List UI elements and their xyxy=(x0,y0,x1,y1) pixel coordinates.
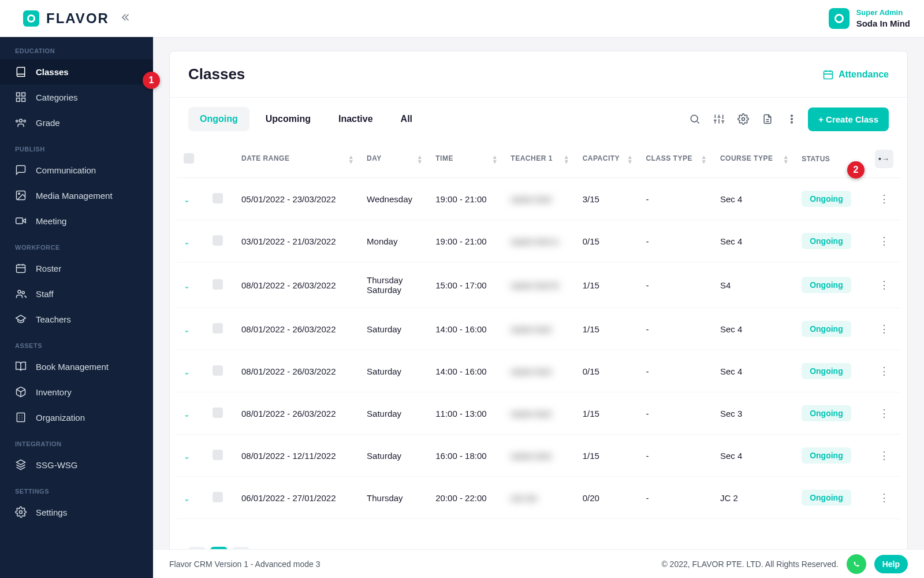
cell-teacher: name text xyxy=(504,435,575,477)
cell-capacity: 1/15 xyxy=(576,308,639,350)
sidebar-item-inventory[interactable]: Inventory xyxy=(0,379,153,405)
svg-point-20 xyxy=(791,122,793,124)
sidebar-item-communication[interactable]: Communication xyxy=(0,157,153,183)
cell-teacher: name text b xyxy=(504,262,575,308)
sidebar-item-categories[interactable]: Categories xyxy=(0,84,153,110)
attendance-link[interactable]: Attendance xyxy=(822,69,889,80)
classes-card: Classes Attendance OngoingUpcomingInacti… xyxy=(169,51,908,575)
sidebar-item-grade[interactable]: Grade xyxy=(0,110,153,135)
annotation-badge-1: 1 xyxy=(143,72,160,89)
row-actions-icon[interactable]: ⋮ xyxy=(868,308,900,350)
table-row: ⌄05/01/2022 - 23/03/2022Wednesday19:00 -… xyxy=(177,178,900,220)
row-checkbox[interactable] xyxy=(213,279,223,290)
cell-course-type: S4 xyxy=(713,262,795,308)
account-name: Soda In Mind xyxy=(856,18,910,29)
cell-class-type: - xyxy=(639,392,713,435)
collapse-sidebar-button[interactable] xyxy=(121,12,131,25)
row-checkbox[interactable] xyxy=(213,450,223,460)
filter-sliders-icon[interactable] xyxy=(711,111,727,127)
sidebar-item-roster[interactable]: Roster xyxy=(0,255,153,281)
main-content: Classes Attendance OngoingUpcomingInacti… xyxy=(153,37,924,578)
sidebar-item-media-management[interactable]: Media Management xyxy=(0,183,153,208)
table-row: ⌄06/01/2022 - 27/01/2022Thursday20:00 - … xyxy=(177,477,900,519)
search-icon[interactable] xyxy=(687,111,703,127)
svg-rect-15 xyxy=(824,71,832,79)
whatsapp-icon[interactable] xyxy=(847,554,866,574)
cell-time: 16:00 - 18:00 xyxy=(429,435,504,477)
sidebar-item-book-management[interactable]: Book Management xyxy=(0,354,153,379)
sidebar-item-staff[interactable]: Staff xyxy=(0,281,153,306)
expand-row-icon[interactable]: ⌄ xyxy=(184,281,190,290)
sidebar-item-teachers[interactable]: Teachers xyxy=(0,306,153,332)
page-title: Classes xyxy=(188,65,245,83)
row-actions-icon[interactable]: ⋮ xyxy=(868,178,900,220)
row-checkbox[interactable] xyxy=(213,407,223,418)
tab-inactive[interactable]: Inactive xyxy=(327,107,385,131)
cell-status: Ongoing xyxy=(795,435,868,477)
column-header[interactable]: DATE RANGE▴▾ xyxy=(234,140,360,178)
sidebar-item-label: Staff xyxy=(36,289,54,299)
tab-ongoing[interactable]: Ongoing xyxy=(188,107,249,131)
row-checkbox[interactable] xyxy=(213,323,223,334)
column-header[interactable]: CLASS TYPE▴▾ xyxy=(639,140,713,178)
sidebar-item-organization[interactable]: Organization xyxy=(0,405,153,430)
column-header[interactable]: TEACHER 1▴▾ xyxy=(504,140,575,178)
svg-rect-13 xyxy=(17,413,24,422)
column-header[interactable]: COURSE TYPE▴▾ xyxy=(713,140,795,178)
sidebar-group-label: INTEGRATION xyxy=(0,430,153,452)
create-class-button[interactable]: + Create Class xyxy=(808,108,889,131)
expand-row-icon[interactable]: ⌄ xyxy=(184,238,190,246)
cell-teacher: nm txt xyxy=(504,477,575,519)
expand-row-icon[interactable]: ⌄ xyxy=(184,195,190,204)
row-checkbox[interactable] xyxy=(213,492,223,502)
help-button[interactable]: Help xyxy=(874,555,908,573)
row-actions-icon[interactable]: ⋮ xyxy=(868,220,900,262)
cell-time: 15:00 - 17:00 xyxy=(429,262,504,308)
expand-row-icon[interactable]: ⌄ xyxy=(184,325,190,334)
sidebar-item-meeting[interactable]: Meeting xyxy=(0,208,153,234)
row-actions-icon[interactable]: ⋮ xyxy=(868,262,900,308)
tab-upcoming[interactable]: Upcoming xyxy=(254,107,322,131)
more-options-icon[interactable] xyxy=(784,111,800,127)
cell-date-range: 08/01/2022 - 26/03/2022 xyxy=(234,308,360,350)
export-icon[interactable] xyxy=(759,111,776,127)
svg-point-6 xyxy=(24,120,25,122)
expand-row-icon[interactable]: ⌄ xyxy=(184,410,190,418)
chat-icon xyxy=(15,164,27,176)
table-row: ⌄08/01/2022 - 26/03/2022Saturday14:00 - … xyxy=(177,308,900,350)
column-header[interactable]: CAPACITY▴▾ xyxy=(576,140,639,178)
cell-course-type: JC 2 xyxy=(713,477,795,519)
expand-row-icon[interactable]: ⌄ xyxy=(184,494,190,503)
cell-day: Saturday xyxy=(360,350,429,392)
svg-point-8 xyxy=(18,193,20,195)
row-actions-icon[interactable]: ⋮ xyxy=(868,392,900,435)
select-all-checkbox[interactable] xyxy=(184,153,194,164)
sidebar-item-classes[interactable]: Classes xyxy=(0,59,153,84)
row-actions-icon[interactable]: ⋮ xyxy=(868,435,900,477)
cell-date-range: 08/01/2022 - 26/03/2022 xyxy=(234,392,360,435)
account-menu[interactable]: Super Admin Soda In Mind xyxy=(829,8,910,29)
layers-icon xyxy=(15,459,27,470)
column-header[interactable]: TIME▴▾ xyxy=(429,140,504,178)
row-checkbox[interactable] xyxy=(213,235,223,246)
table-row: ⌄08/01/2022 - 12/11/2022Saturday16:00 - … xyxy=(177,435,900,477)
column-header[interactable]: DAY▴▾ xyxy=(360,140,429,178)
table-row: ⌄08/01/2022 - 26/03/2022Saturday14:00 - … xyxy=(177,350,900,392)
logo[interactable]: FLAVOR xyxy=(23,10,109,27)
tab-all[interactable]: All xyxy=(389,107,424,131)
row-checkbox[interactable] xyxy=(213,193,223,203)
cell-class-type: - xyxy=(639,262,713,308)
grid-icon xyxy=(15,91,27,103)
sidebar-item-ssg-wsg[interactable]: SSG-WSG xyxy=(0,452,153,477)
row-actions-icon[interactable]: ⋮ xyxy=(868,350,900,392)
gear-icon[interactable] xyxy=(735,111,751,127)
logo-text: FLAVOR xyxy=(46,10,109,27)
row-checkbox[interactable] xyxy=(213,365,223,376)
cell-date-range: 08/01/2022 - 12/11/2022 xyxy=(234,435,360,477)
row-actions-icon[interactable]: ⋮ xyxy=(868,477,900,519)
sidebar-item-settings[interactable]: Settings xyxy=(0,499,153,525)
expand-row-icon[interactable]: ⌄ xyxy=(184,452,190,461)
cell-capacity: 3/15 xyxy=(576,178,639,220)
expand-row-icon[interactable]: ⌄ xyxy=(184,368,190,376)
column-options-button[interactable]: •→ xyxy=(875,150,893,168)
